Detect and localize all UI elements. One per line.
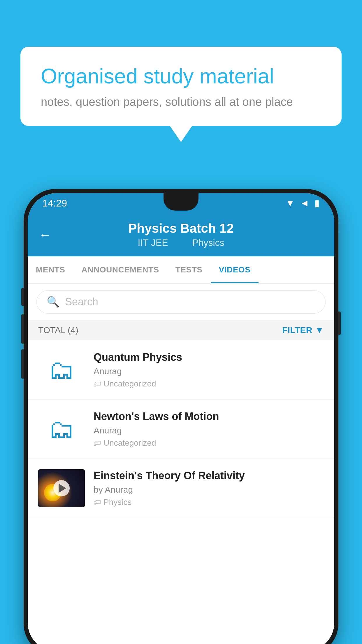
folder-icon: 🗂 [48, 416, 75, 442]
video-info: Einstein's Theory Of Relativity by Anura… [94, 470, 324, 507]
header-subtitle-1: IIT JEE [138, 237, 168, 248]
volume-silent-button [21, 288, 24, 306]
total-count: TOTAL (4) [38, 325, 78, 335]
speech-bubble-wrapper: Organised study material notes, question… [20, 47, 342, 142]
video-title: Quantum Physics [94, 351, 324, 363]
video-author: by Anurag [94, 485, 324, 495]
video-tag: 🏷 Uncategorized [94, 379, 324, 388]
phone-frame: 14:29 ▼ ◄ ▮ ← Physics Batch 12 IIT JEE P… [24, 189, 338, 644]
bubble-title: Organised study material [41, 64, 321, 88]
video-list: 🗂 Quantum Physics Anurag 🏷 Uncategorized… [28, 340, 334, 644]
tag-icon: 🏷 [94, 439, 101, 448]
volume-down-button [21, 349, 24, 379]
video-author: Anurag [94, 426, 324, 435]
speech-bubble: Organised study material notes, question… [20, 47, 342, 126]
phone-notch [164, 193, 198, 211]
search-placeholder: Search [65, 296, 98, 308]
folder-thumbnail: 🗂 [38, 351, 85, 389]
tag-label: Physics [103, 498, 131, 507]
filter-label: FILTER [282, 325, 312, 335]
speech-bubble-arrow [170, 126, 192, 142]
bubble-subtitle: notes, question papers, solutions all at… [41, 95, 321, 108]
status-time: 14:29 [42, 197, 67, 209]
list-item[interactable]: Einstein's Theory Of Relativity by Anura… [28, 459, 334, 518]
tabs-bar: MENTS ANNOUNCEMENTS TESTS VIDEOS [28, 256, 334, 284]
search-box[interactable]: 🔍 Search [36, 290, 326, 314]
battery-icon: ▮ [314, 197, 320, 209]
back-button[interactable]: ← [39, 228, 52, 242]
tab-announcements[interactable]: ANNOUNCEMENTS [73, 256, 167, 283]
app-header: ← Physics Batch 12 IIT JEE Physics [28, 213, 334, 256]
video-thumbnail [38, 469, 85, 507]
wifi-icon: ▼ [286, 198, 295, 209]
video-author: Anurag [94, 366, 324, 376]
filter-button[interactable]: FILTER ▼ [282, 325, 324, 335]
folder-icon: 🗂 [48, 357, 75, 383]
filter-icon: ▼ [315, 325, 324, 335]
tag-icon: 🏷 [94, 498, 101, 507]
tab-ments[interactable]: MENTS [28, 256, 73, 283]
video-tag: 🏷 Uncategorized [94, 438, 324, 448]
header-divider [179, 237, 184, 248]
header-title: Physics Batch 12 [128, 221, 234, 236]
status-icons: ▼ ◄ ▮ [286, 197, 320, 209]
folder-thumbnail: 🗂 [38, 410, 85, 448]
video-title: Einstein's Theory Of Relativity [94, 470, 324, 482]
video-title: Newton's Laws of Motion [94, 410, 324, 423]
play-icon [59, 484, 66, 493]
phone-screen: 14:29 ▼ ◄ ▮ ← Physics Batch 12 IIT JEE P… [28, 193, 334, 644]
tab-videos[interactable]: VIDEOS [211, 256, 259, 283]
tag-label: Uncategorized [103, 379, 156, 388]
tag-icon: 🏷 [94, 379, 101, 388]
video-info: Newton's Laws of Motion Anurag 🏷 Uncateg… [94, 410, 324, 448]
search-container: 🔍 Search [28, 284, 334, 320]
signal-icon: ◄ [300, 198, 309, 209]
video-tag: 🏷 Physics [94, 498, 324, 507]
tab-tests[interactable]: TESTS [167, 256, 211, 283]
play-button[interactable] [53, 480, 70, 496]
list-item[interactable]: 🗂 Quantum Physics Anurag 🏷 Uncategorized [28, 340, 334, 400]
filter-bar: TOTAL (4) FILTER ▼ [28, 320, 334, 340]
power-button [338, 312, 341, 335]
header-subtitle: IIT JEE Physics [133, 237, 228, 248]
header-subtitle-2: Physics [192, 237, 224, 248]
video-info: Quantum Physics Anurag 🏷 Uncategorized [94, 351, 324, 388]
list-item[interactable]: 🗂 Newton's Laws of Motion Anurag 🏷 Uncat… [28, 400, 334, 459]
volume-up-button [21, 314, 24, 344]
search-icon: 🔍 [47, 296, 60, 308]
tag-label: Uncategorized [103, 438, 156, 448]
